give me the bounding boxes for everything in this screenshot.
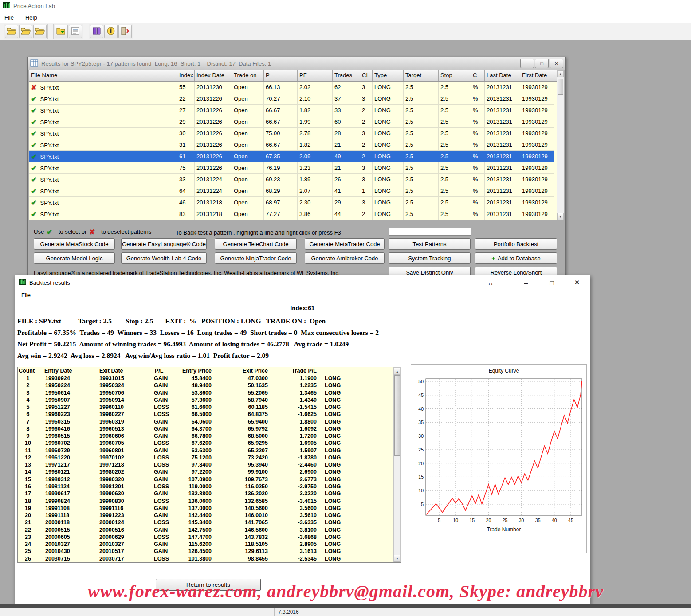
generate-wealthlab-button[interactable]: Generate Wealth-Lab 4 Code [121, 252, 207, 264]
maximize-button[interactable]: □ [535, 59, 549, 68]
table-row[interactable]: ✘SPY.txt5520131230Open66.132.02623LONG2.… [29, 82, 557, 93]
minimize-button[interactable]: – [518, 275, 534, 290]
cell: 143.7832 [212, 534, 268, 541]
cell: LONG [373, 128, 404, 139]
table-row[interactable]: ✔SPY.txt8320131218Open77.273.86442LONG2.… [29, 208, 557, 220]
check-icon[interactable]: ✔ [31, 118, 37, 126]
close-button[interactable]: ✕ [569, 275, 585, 290]
open-folder-button[interactable] [5, 25, 18, 38]
cell: 19980312 [38, 476, 99, 483]
generate-amibroker-button[interactable]: Generate Amibroker Code [305, 252, 385, 264]
app-titlebar[interactable]: Price Action Lab [0, 0, 691, 12]
cell: 119.0000 [172, 483, 212, 490]
check-icon[interactable]: ✔ [31, 106, 37, 114]
check-icon[interactable]: ✔ [31, 95, 37, 102]
book-button[interactable] [90, 25, 103, 38]
index-label: Index:61 [15, 305, 590, 311]
cell: 1.1900 [268, 375, 317, 382]
check-icon[interactable]: ✔ [31, 129, 37, 137]
column-header-type[interactable]: Type [373, 70, 404, 81]
table-row[interactable]: ✔SPY.txt6420131224Open68.292.07411LONG2.… [29, 185, 557, 197]
column-header-first-date[interactable]: First Date [520, 70, 554, 81]
maximize-button[interactable]: □ [544, 275, 560, 290]
results-scrollbar[interactable]: ▲ ▼ [557, 70, 564, 220]
cell: % [471, 128, 485, 139]
file-name: SPY.txt [40, 107, 59, 114]
info-button[interactable] [104, 25, 118, 38]
cell: LONG [317, 468, 346, 475]
column-header-cl[interactable]: CL [360, 70, 373, 81]
open-folder-button[interactable] [19, 25, 32, 38]
minimize-button[interactable]: – [520, 59, 534, 68]
system-tracking-button[interactable]: System Tracking [389, 252, 471, 264]
menu-help[interactable]: Help [25, 14, 37, 21]
open-folder-button[interactable] [33, 25, 47, 38]
cell: Open [232, 174, 264, 185]
table-row[interactable]: ✔SPY.txt6120131226Open67.352.09492LONG2.… [29, 151, 557, 162]
scroll-thumb[interactable] [394, 375, 400, 456]
check-icon[interactable]: ✔ [31, 141, 37, 149]
table-row[interactable]: ✔SPY.txt2920131226Open66.671.99602LONG2.… [29, 116, 557, 128]
table-row[interactable]: ✔SPY.txt2220131226Open70.272.10373LONG2.… [29, 93, 557, 105]
table-row[interactable]: ✔SPY.txt3020131226Open75.002.78283LONG2.… [29, 128, 557, 139]
backtest-titlebar[interactable]: Backtest results [15, 275, 590, 290]
exit-button[interactable] [118, 25, 132, 38]
portfolio-backtest-button[interactable]: Portfolio Backtest [475, 238, 557, 250]
add-to-database-button[interactable]: + Add to Database [475, 252, 557, 264]
column-header-index[interactable]: Index [177, 70, 195, 81]
column-header-last-date[interactable]: Last Date [485, 70, 520, 81]
check-icon[interactable]: ✔ [31, 210, 37, 218]
table-row[interactable]: ✔SPY.txt7520131226Open76.193.23213LONG2.… [29, 162, 557, 174]
results-titlebar[interactable]: Results for SPY2p5.epr - 17 patterns fou… [28, 57, 565, 70]
column-header-p[interactable]: P [264, 70, 298, 81]
cell: 1.5907 [268, 447, 317, 454]
column-header-pf[interactable]: PF [298, 70, 333, 81]
column-header-c[interactable]: C [471, 70, 485, 81]
scroll-down-icon[interactable]: ▼ [394, 555, 400, 562]
scroll-thumb[interactable] [558, 79, 563, 95]
x-icon[interactable]: ✘ [31, 83, 37, 91]
generate-metastock-button[interactable]: Generate MetaStock Code [34, 238, 115, 250]
column-header-index-date[interactable]: Index Date [195, 70, 232, 81]
scroll-up-icon[interactable]: ▲ [557, 70, 564, 77]
column-header-trades[interactable]: Trades [333, 70, 360, 81]
column-header-stop[interactable]: Stop [439, 70, 471, 81]
column-header-file-name[interactable]: File Name [29, 70, 177, 81]
check-icon[interactable]: ✔ [31, 153, 37, 160]
table-row[interactable]: ✔SPY.txt3120131226Open66.671.82212LONG2.… [29, 139, 557, 151]
check-icon[interactable]: ✔ [31, 187, 37, 195]
column-header-trade-on[interactable]: Trade on [232, 70, 264, 81]
cell: 41 [333, 185, 360, 197]
trade-row: 201999111819991223GAIN142.4400146.00103.… [18, 512, 401, 519]
check-icon[interactable]: ✔ [31, 199, 37, 206]
table-row[interactable]: ✔SPY.txt4620131218Open68.972.30293LONG2.… [29, 197, 557, 208]
menu-file[interactable]: File [21, 292, 31, 298]
cell: 19930129 [520, 82, 554, 93]
column-header-target[interactable]: Target [404, 70, 439, 81]
menu-file[interactable]: File [4, 14, 14, 21]
table-row[interactable]: ✔SPY.txt2720131226Open66.671.82332LONG2.… [29, 105, 557, 116]
generate-easylanguage-button[interactable]: Generate EasyLanguage® Code [121, 238, 207, 250]
test-patterns-button[interactable]: Test Patterns [389, 238, 471, 250]
cell: 2 [360, 208, 373, 220]
close-button[interactable]: ✕ [550, 59, 563, 68]
generate-model-logic-button[interactable]: Generate Model Logic [34, 252, 115, 264]
table-row[interactable]: ✔SPY.txt3320131224Open69.231.89263LONG2.… [29, 174, 557, 185]
check-icon[interactable]: ✔ [31, 164, 37, 172]
form-button[interactable] [69, 25, 82, 38]
generate-ninjatrader-button[interactable]: Generate NinjaTrader Code [215, 252, 297, 264]
generate-telechart-button[interactable]: Generate TeleChart Code [215, 238, 297, 250]
arrows-icon[interactable]: ↔ [483, 275, 499, 290]
generate-metatrader-button[interactable]: Generate MetaTrader Code [305, 238, 385, 250]
trades-scrollbar[interactable]: ▲ ▼ [393, 367, 401, 562]
check-icon[interactable]: ✔ [31, 176, 37, 183]
cell: 19960515 [38, 432, 99, 439]
cell: 19990824 [38, 498, 99, 505]
trades-table-body: 11993092419931015GAIN45.840047.03001.190… [18, 375, 401, 562]
hint-text: Use [34, 228, 44, 235]
scroll-down-icon[interactable]: ▼ [557, 213, 564, 220]
cell: Open [232, 162, 264, 174]
folder-plus-button[interactable] [55, 25, 68, 38]
scroll-up-icon[interactable]: ▲ [394, 368, 400, 375]
cell: 64.3700 [172, 425, 212, 432]
